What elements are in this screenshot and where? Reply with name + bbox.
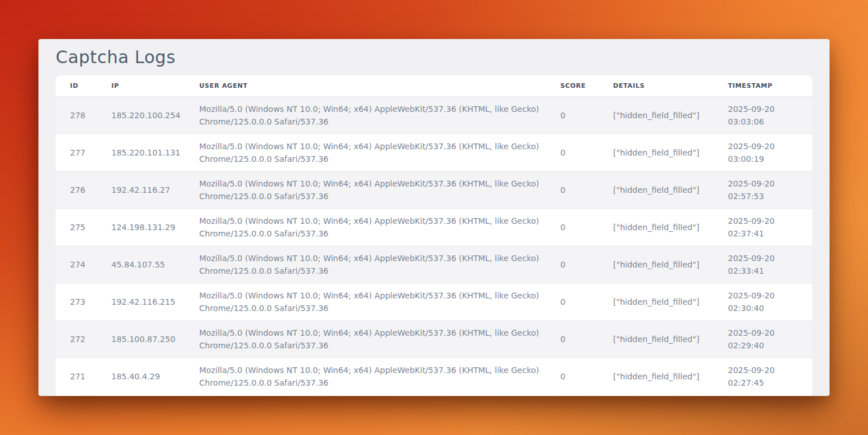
cell-timestamp: 2025-09-20 02:37:41 <box>728 208 812 246</box>
column-header-ip: IP <box>111 75 199 96</box>
cell-ip: 124.198.131.29 <box>111 208 199 246</box>
cell-details: ["hidden_field_filled"] <box>613 358 728 395</box>
cell-id: 277 <box>56 134 111 171</box>
cell-user_agent: Mozilla/5.0 (Windows NT 10.0; Win64; x64… <box>199 171 560 208</box>
cell-user_agent: Mozilla/5.0 (Windows NT 10.0; Win64; x64… <box>199 320 560 358</box>
table-row: 271185.40.4.29Mozilla/5.0 (Windows NT 10… <box>56 358 812 395</box>
cell-id: 275 <box>56 208 111 246</box>
table-row: 277185.220.101.131Mozilla/5.0 (Windows N… <box>56 134 812 171</box>
table-row: 275124.198.131.29Mozilla/5.0 (Windows NT… <box>56 208 812 246</box>
logs-table: IDIPUSER AGENTSCOREDETAILSTIMESTAMP 2781… <box>56 75 812 395</box>
column-header-details: DETAILS <box>613 75 728 96</box>
column-header-id: ID <box>56 75 111 96</box>
cell-id: 272 <box>56 320 111 358</box>
cell-details: ["hidden_field_filled"] <box>613 208 728 246</box>
cell-details: ["hidden_field_filled"] <box>613 320 728 358</box>
page-title: Captcha Logs <box>56 48 812 67</box>
page-background: Captcha Logs IDIPUSER AGENTSCOREDETAILST… <box>0 0 868 435</box>
cell-id: 278 <box>56 96 111 134</box>
cell-details: ["hidden_field_filled"] <box>613 283 728 320</box>
cell-details: ["hidden_field_filled"] <box>613 171 728 208</box>
cell-timestamp: 2025-09-20 02:27:45 <box>728 358 812 395</box>
cell-id: 276 <box>56 171 111 208</box>
cell-details: ["hidden_field_filled"] <box>613 96 728 134</box>
cell-timestamp: 2025-09-20 02:33:41 <box>728 246 812 283</box>
captcha-logs-card: Captcha Logs IDIPUSER AGENTSCOREDETAILST… <box>38 39 830 396</box>
cell-timestamp: 2025-09-20 03:00:19 <box>728 134 812 171</box>
table-body: 278185.220.100.254Mozilla/5.0 (Windows N… <box>56 96 812 395</box>
column-header-score: SCORE <box>560 75 613 96</box>
cell-score: 0 <box>560 320 613 358</box>
table-row: 27445.84.107.55Mozilla/5.0 (Windows NT 1… <box>56 246 812 283</box>
logs-table-container: IDIPUSER AGENTSCOREDETAILSTIMESTAMP 2781… <box>56 75 812 396</box>
cell-timestamp: 2025-09-20 02:29:40 <box>728 320 812 358</box>
cell-ip: 185.220.100.254 <box>111 96 199 134</box>
cell-id: 274 <box>56 246 111 283</box>
cell-ip: 185.40.4.29 <box>111 358 199 395</box>
cell-user_agent: Mozilla/5.0 (Windows NT 10.0; Win64; x64… <box>199 358 560 395</box>
cell-score: 0 <box>560 96 613 134</box>
cell-user_agent: Mozilla/5.0 (Windows NT 10.0; Win64; x64… <box>199 246 560 283</box>
table-row: 273192.42.116.215Mozilla/5.0 (Windows NT… <box>56 283 812 320</box>
cell-score: 0 <box>560 246 613 283</box>
cell-ip: 192.42.116.215 <box>111 283 199 320</box>
table-header-row: IDIPUSER AGENTSCOREDETAILSTIMESTAMP <box>56 75 812 96</box>
cell-score: 0 <box>560 358 613 395</box>
cell-score: 0 <box>560 134 613 171</box>
cell-timestamp: 2025-09-20 03:03:06 <box>728 96 812 134</box>
column-header-timestamp: TIMESTAMP <box>728 75 812 96</box>
cell-details: ["hidden_field_filled"] <box>613 246 728 283</box>
cell-id: 271 <box>56 358 111 395</box>
cell-score: 0 <box>560 208 613 246</box>
cell-timestamp: 2025-09-20 02:30:40 <box>728 283 812 320</box>
cell-user_agent: Mozilla/5.0 (Windows NT 10.0; Win64; x64… <box>199 283 560 320</box>
table-row: 278185.220.100.254Mozilla/5.0 (Windows N… <box>56 96 812 134</box>
cell-details: ["hidden_field_filled"] <box>613 134 728 171</box>
cell-user_agent: Mozilla/5.0 (Windows NT 10.0; Win64; x64… <box>199 208 560 246</box>
table-row: 276192.42.116.27Mozilla/5.0 (Windows NT … <box>56 171 812 208</box>
cell-score: 0 <box>560 283 613 320</box>
cell-ip: 185.100.87.250 <box>111 320 199 358</box>
cell-ip: 45.84.107.55 <box>111 246 199 283</box>
cell-timestamp: 2025-09-20 02:57:53 <box>728 171 812 208</box>
cell-ip: 185.220.101.131 <box>111 134 199 171</box>
table-row: 272185.100.87.250Mozilla/5.0 (Windows NT… <box>56 320 812 358</box>
cell-user_agent: Mozilla/5.0 (Windows NT 10.0; Win64; x64… <box>199 96 560 134</box>
cell-ip: 192.42.116.27 <box>111 171 199 208</box>
cell-score: 0 <box>560 171 613 208</box>
cell-user_agent: Mozilla/5.0 (Windows NT 10.0; Win64; x64… <box>199 134 560 171</box>
column-header-user_agent: USER AGENT <box>199 75 560 96</box>
cell-id: 273 <box>56 283 111 320</box>
